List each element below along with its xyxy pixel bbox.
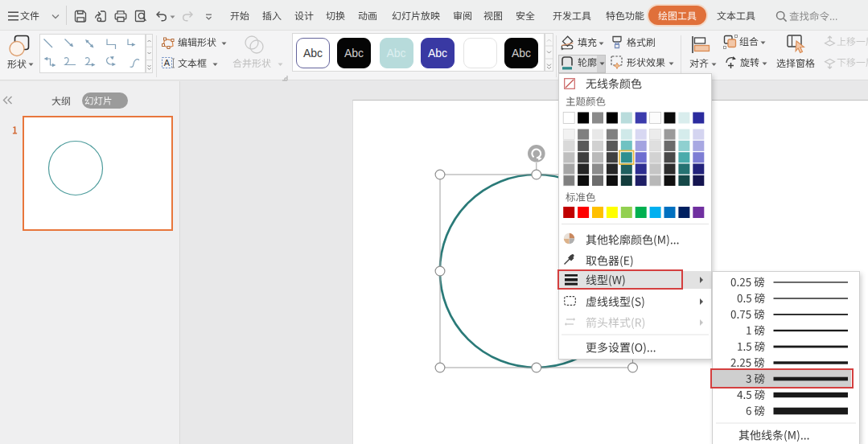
svg-text:A: A (164, 58, 171, 68)
